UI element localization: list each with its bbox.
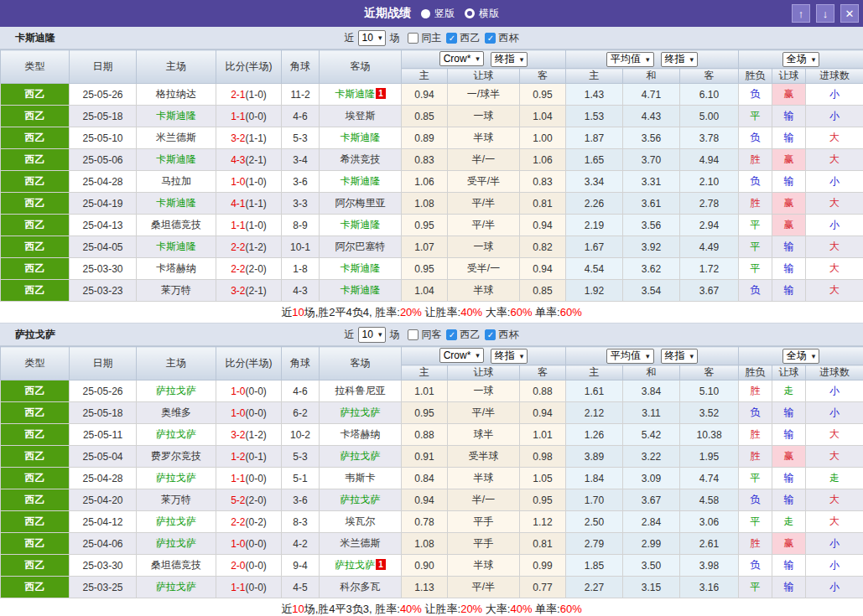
table-row: 西乙25-03-30卡塔赫纳2-2(2-0)1-8卡斯迪隆0.95受半/一0.9… <box>1 258 863 280</box>
fulltime-score: 2-2 <box>231 263 245 275</box>
sections-container: 卡斯迪隆近10▾场同主✓西乙✓西杯类型日期主场比分(半场)角球客场Crow*▾终… <box>0 27 863 616</box>
handicap-result-cell: 输 <box>772 280 806 302</box>
league-checkbox-label: 西乙 <box>460 328 480 342</box>
full-match-select[interactable]: 全场▾ <box>782 52 820 67</box>
crow-home-odds-cell: 0.91 <box>402 446 448 468</box>
crow-home-odds-cell: 0.89 <box>402 127 448 149</box>
vertical-layout-radio[interactable]: 竖版 <box>421 7 455 21</box>
crow-home-odds-cell: 1.08 <box>402 533 448 555</box>
crow-odds-select[interactable]: Crow*▾ <box>439 348 484 363</box>
handicap-result-cell: 输 <box>772 171 806 193</box>
final-odds-select-2[interactable]: 终指▾ <box>661 52 699 67</box>
crow-handicap-cell: 受半/一 <box>448 258 520 280</box>
table-row: 西乙25-04-28马拉加1-0(1-0)3-6卡斯迪隆1.06受平/半0.83… <box>1 171 863 193</box>
handicap-result-cell: 输 <box>772 577 806 598</box>
match-result-cell: 平 <box>739 258 772 280</box>
full-match-select[interactable]: 全场▾ <box>782 349 820 364</box>
chevron-down-icon: ▾ <box>812 55 816 64</box>
filter-bar: 近10▾场同主✓西乙✓西杯 <box>345 30 519 46</box>
goals-result-cell: 大 <box>806 446 863 468</box>
crow-away-odds-cell: 0.82 <box>520 236 566 258</box>
average-odds-select[interactable]: 平均值▾ <box>606 52 654 67</box>
home-team-cell: 卡斯迪隆 <box>137 193 216 215</box>
date-cell: 25-05-10 <box>70 127 137 149</box>
move-up-button[interactable]: ↑ <box>792 4 810 23</box>
radio-unselected-icon <box>465 8 475 18</box>
final-odds-select[interactable]: 终指▾ <box>491 349 528 364</box>
away-team-name: 卡斯迪隆 <box>341 219 381 230</box>
checkbox-unchecked-icon <box>408 329 419 340</box>
home-team-name: 萨拉戈萨 <box>156 515 196 527</box>
corner-cell: 1-8 <box>282 258 320 280</box>
away-team-cell: 埃登斯 <box>320 106 402 127</box>
league-cell: 西乙 <box>1 424 70 446</box>
handicap-result-cell: 赢 <box>772 446 806 468</box>
crow-handicap-cell: 半球 <box>448 555 520 577</box>
fulltime-score: 1-1 <box>231 111 245 122</box>
home-team-cell: 费罗尔竞技 <box>137 446 216 468</box>
average-odds-select[interactable]: 平均值▾ <box>606 349 654 364</box>
goals-result-cell: 小 <box>806 84 863 106</box>
league-checkbox[interactable]: ✓西乙 <box>446 328 480 342</box>
final-odds-select-2[interactable]: 终指▾ <box>661 349 699 364</box>
move-down-button[interactable]: ↓ <box>816 4 834 23</box>
score-cell: 1-1(0-0) <box>216 106 282 127</box>
handicap-result-cell: 输 <box>772 236 806 258</box>
match-count-select-value: 10 <box>362 329 373 340</box>
cup-checkbox[interactable]: ✓西杯 <box>485 328 518 342</box>
summary-text: 场,胜4平3负3, 胜率: <box>304 602 400 616</box>
crow-home-odds-cell: 0.94 <box>402 489 448 511</box>
final-odds-select-value: 终指 <box>495 52 515 66</box>
halftime-score: (2-0) <box>246 494 267 506</box>
league-cell: 西乙 <box>1 193 70 215</box>
avg-draw-odds-cell: 3.56 <box>623 127 680 149</box>
fulltime-score: 2-2 <box>231 241 245 253</box>
date-cell: 25-04-20 <box>70 489 137 511</box>
near-label: 近 <box>345 328 355 342</box>
chevron-down-icon: ▾ <box>476 54 480 63</box>
match-count-select[interactable]: 10▾ <box>358 30 387 46</box>
chevron-down-icon: ▾ <box>520 55 524 64</box>
summary-text: 单率: <box>532 305 559 320</box>
horizontal-layout-radio[interactable]: 横版 <box>465 7 499 21</box>
corner-cell: 4-2 <box>282 533 320 555</box>
crow-handicap-cell: 一球 <box>448 236 520 258</box>
cup-checkbox[interactable]: ✓西杯 <box>485 31 518 45</box>
home-team-name: 萨拉戈萨 <box>156 428 196 440</box>
handicap-result-cell: 输 <box>772 489 806 511</box>
score-cell: 2-1(1-0) <box>216 84 282 106</box>
crow-header-group: Crow*▾终指▾ <box>402 347 566 365</box>
same-venue-checkbox-label: 同客 <box>421 328 441 342</box>
goals-result-cell: 小 <box>806 577 863 598</box>
away-team-cell: 卡斯迪隆 <box>320 127 402 149</box>
home-team-name: 萨拉戈萨 <box>156 385 196 396</box>
avg-home-odds-cell: 3.34 <box>566 171 623 193</box>
final-odds-select[interactable]: 终指▾ <box>491 52 528 67</box>
window-title: 近期战绩 <box>364 6 411 21</box>
fulltime-score: 4-1 <box>231 198 245 210</box>
summary-line: 近10场,胜4平3负3, 胜率:40% 让胜率:20% 大率:40% 单率:60… <box>0 598 863 616</box>
close-button[interactable]: ✕ <box>840 4 859 23</box>
crow-away-odds-cell: 0.99 <box>520 555 566 577</box>
results-table: 类型日期主场比分(半场)角球客场Crow*▾终指▾平均值▾终指▾全场▾主让球客主… <box>0 346 863 598</box>
league-checkbox-label: 西乙 <box>460 31 480 45</box>
home-team-cell: 萨拉戈萨 <box>137 424 216 446</box>
halftime-score: (0-0) <box>246 560 267 572</box>
same-venue-checkbox[interactable]: 同客 <box>408 328 441 342</box>
match-count-select[interactable]: 10▾ <box>358 327 387 343</box>
avg-home-odds-cell: 2.50 <box>566 511 623 533</box>
date-cell: 25-05-06 <box>70 149 137 171</box>
chevron-down-icon: ▾ <box>476 351 480 360</box>
same-venue-checkbox[interactable]: 同主 <box>408 31 441 45</box>
home-team-cell: 格拉纳达 <box>137 84 216 106</box>
halftime-score: (0-0) <box>246 407 267 419</box>
crow-odds-select[interactable]: Crow*▾ <box>439 51 484 66</box>
crow-handicap-cell: 受平/半 <box>448 171 520 193</box>
fulltime-score: 1-1 <box>231 473 245 484</box>
subheader-win-lose: 胜负 <box>739 69 772 84</box>
chevron-down-icon: ▾ <box>690 352 694 360</box>
league-checkbox[interactable]: ✓西乙 <box>446 31 480 45</box>
fullmatch-header-group: 全场▾ <box>739 347 863 365</box>
results-table: 类型日期主场比分(半场)角球客场Crow*▾终指▾平均值▾终指▾全场▾主让球客主… <box>0 49 863 302</box>
table-row: 西乙25-05-26萨拉戈萨1-0(0-0)4-6拉科鲁尼亚1.01一球0.88… <box>1 380 863 402</box>
